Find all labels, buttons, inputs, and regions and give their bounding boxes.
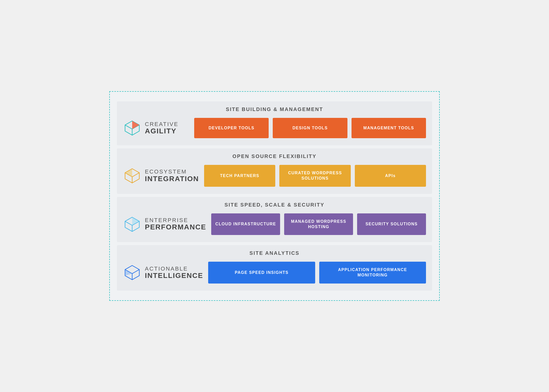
- identity-site-analytics: ACTIONABLEINTELLIGENCE: [123, 263, 203, 282]
- identity-text-open-source: ECOSYSTEMINTEGRATION: [145, 169, 199, 183]
- pill-site-building-1[interactable]: DESIGN TOOLS: [273, 118, 347, 138]
- svg-line-8: [132, 173, 139, 177]
- identity-text-site-speed: ENTERPRISEPERFORMANCE: [145, 217, 206, 231]
- section-open-source: OPEN SOURCE FLEXIBILITY ECOSYSTEMINTEGRA…: [117, 148, 432, 194]
- identity-text-site-building: CREATIVEAGILITY: [145, 121, 178, 135]
- svg-marker-11: [125, 169, 132, 177]
- pills-site-speed: CLOUD INFRASTRUCTUREMANAGED WORDPRESS HO…: [211, 213, 426, 235]
- pill-site-speed-1[interactable]: MANAGED WORDPRESS HOSTING: [284, 213, 353, 235]
- svg-line-20: [132, 270, 139, 274]
- svg-marker-5: [132, 121, 139, 129]
- section-title-site-building: SITE BUILDING & MANAGEMENT: [123, 106, 426, 112]
- cube-icon-open-source: [123, 167, 141, 185]
- section-content-site-building: CREATIVEAGILITYDEVELOPER TOOLSDESIGN TOO…: [123, 118, 426, 138]
- pills-site-analytics: PAGE SPEED INSIGHTSAPPLICATION PERFORMAN…: [208, 262, 426, 284]
- sections-wrapper: SITE BUILDING & MANAGEMENT CREATIVEAGILI…: [117, 101, 432, 291]
- pill-site-speed-2[interactable]: SECURITY SOLUTIONS: [357, 213, 426, 235]
- section-content-site-analytics: ACTIONABLEINTELLIGENCEPAGE SPEED INSIGHT…: [123, 262, 426, 284]
- section-site-speed: SITE SPEED, SCALE & SECURITY ENTERPRISEP…: [117, 197, 432, 242]
- pills-site-building: DEVELOPER TOOLSDESIGN TOOLSMANAGEMENT TO…: [194, 118, 426, 138]
- pill-open-source-0[interactable]: TECH PARTNERS: [204, 165, 275, 187]
- section-site-analytics: SITE ANALYTICS ACTIONABLEINTELLIGENCEPAG…: [117, 245, 432, 291]
- identity-line2-site-building: AGILITY: [145, 127, 178, 135]
- svg-marker-23: [125, 270, 132, 276]
- pill-open-source-2[interactable]: APIs: [355, 165, 426, 187]
- pill-site-analytics-0[interactable]: PAGE SPEED INSIGHTS: [208, 262, 315, 284]
- identity-open-source: ECOSYSTEMINTEGRATION: [123, 167, 199, 185]
- identity-line1-site-analytics: ACTIONABLE: [145, 266, 203, 272]
- pill-site-building-2[interactable]: MANAGEMENT TOOLS: [352, 118, 426, 138]
- section-title-open-source: OPEN SOURCE FLEXIBILITY: [123, 153, 426, 159]
- identity-site-building: CREATIVEAGILITY: [123, 119, 189, 137]
- cube-icon-site-building: [123, 119, 141, 137]
- identity-text-site-analytics: ACTIONABLEINTELLIGENCE: [145, 266, 203, 280]
- outer-container: SITE BUILDING & MANAGEMENT CREATIVEAGILI…: [109, 91, 440, 301]
- svg-line-13: [125, 221, 132, 225]
- pill-open-source-1[interactable]: CURATED WORDPRESS SOLUTIONS: [279, 165, 350, 187]
- section-content-open-source: ECOSYSTEMINTEGRATIONTECH PARTNERSCURATED…: [123, 165, 426, 187]
- section-title-site-analytics: SITE ANALYTICS: [123, 250, 426, 256]
- pill-site-speed-0[interactable]: CLOUD INFRASTRUCTURE: [211, 213, 280, 235]
- identity-site-speed: ENTERPRISEPERFORMANCE: [123, 215, 206, 233]
- pill-site-building-0[interactable]: DEVELOPER TOOLS: [194, 118, 269, 138]
- section-content-site-speed: ENTERPRISEPERFORMANCECLOUD INFRASTRUCTUR…: [123, 213, 426, 235]
- cube-icon-site-analytics: [123, 263, 141, 282]
- identity-line2-site-analytics: INTELLIGENCE: [145, 272, 203, 280]
- section-site-building: SITE BUILDING & MANAGEMENT CREATIVEAGILI…: [117, 101, 432, 145]
- svg-line-1: [125, 125, 132, 129]
- pill-site-analytics-1[interactable]: APPLICATION PERFORMANCE MONITORING: [319, 262, 426, 284]
- identity-line2-open-source: INTEGRATION: [145, 175, 199, 183]
- pills-open-source: TECH PARTNERSCURATED WORDPRESS SOLUTIONS…: [204, 165, 426, 187]
- identity-line1-site-building: CREATIVE: [145, 121, 178, 127]
- svg-marker-10: [132, 169, 139, 177]
- identity-line2-site-speed: PERFORMANCE: [145, 223, 206, 231]
- identity-line1-site-speed: ENTERPRISE: [145, 217, 206, 223]
- svg-marker-22: [132, 265, 139, 274]
- cube-icon-site-speed: [123, 215, 141, 233]
- section-title-site-speed: SITE SPEED, SCALE & SECURITY: [123, 202, 426, 208]
- svg-marker-17: [132, 217, 139, 225]
- identity-line1-open-source: ECOSYSTEM: [145, 169, 199, 175]
